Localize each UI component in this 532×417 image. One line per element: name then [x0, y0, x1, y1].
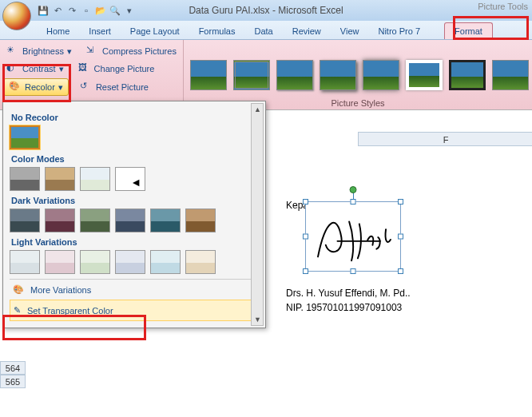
light-var-4[interactable]	[115, 250, 145, 274]
recolor-washout[interactable]	[80, 167, 110, 191]
resize-handle-sw[interactable]	[303, 268, 308, 274]
tab-page-layout[interactable]: Page Layout	[121, 23, 189, 39]
more-variations-label: More Variations	[30, 285, 91, 295]
dark-var-2[interactable]	[45, 208, 75, 232]
recolor-menu: No Recolor Color Modes ◄ Dark Variations…	[2, 101, 266, 328]
tab-insert[interactable]: Insert	[79, 23, 121, 39]
picture-style-5[interactable]	[363, 60, 399, 90]
dark-var-6[interactable]	[185, 208, 216, 232]
row-header-565[interactable]: 565	[0, 375, 26, 388]
contrast-icon: ◐	[6, 62, 19, 75]
open-icon[interactable]: 📂	[94, 4, 107, 17]
rotation-handle[interactable]	[350, 186, 357, 193]
compress-label: Compress Pictures	[102, 46, 177, 56]
reset-icon: ↺	[80, 81, 93, 93]
row-header-564[interactable]: 564	[0, 361, 26, 375]
window-title: Data Guru PAI.xlsx - Microsoft Excel	[189, 5, 343, 16]
tab-formulas[interactable]: Formulas	[189, 23, 245, 39]
picture-style-1[interactable]	[190, 60, 227, 90]
compress-pictures-button[interactable]: ⇲Compress Pictures	[83, 43, 180, 59]
tab-data[interactable]: Data	[244, 23, 282, 39]
resize-handle-w[interactable]	[303, 234, 308, 240]
light-var-6[interactable]	[185, 250, 216, 274]
change-picture-icon: 🖼	[78, 62, 91, 75]
change-picture-label: Change Picture	[94, 64, 155, 73]
no-recolor-section: No Recolor	[11, 113, 259, 122]
brightness-button[interactable]: ☀Brightness ▾	[3, 43, 75, 59]
undo-icon[interactable]: ↶	[51, 4, 64, 17]
title-bar: 💾 ↶ ↷ ▫ 📂 🔍 ▾ Data Guru PAI.xlsx - Micro…	[0, 0, 532, 21]
recolor-option-original[interactable]	[10, 125, 40, 149]
contrast-button[interactable]: ◐Contrast ▾	[3, 61, 67, 77]
tab-home[interactable]: Home	[37, 23, 79, 39]
more-variations-item[interactable]: 🎨 More Variations ▸	[10, 280, 259, 300]
more-variations-icon: 🎨	[13, 284, 24, 295]
picture-style-3[interactable]	[276, 60, 313, 90]
color-modes-section: Color Modes	[11, 154, 259, 164]
picture-styles-label: Picture Styles	[331, 98, 384, 108]
picture-styles-group: Picture Styles	[184, 40, 532, 109]
recolor-icon: 🎨	[9, 81, 22, 93]
reset-picture-button[interactable]: ↺Reset Picture	[77, 78, 152, 96]
tab-format[interactable]: Format	[444, 22, 493, 39]
dark-var-3[interactable]	[80, 208, 110, 232]
resize-handle-ne[interactable]	[398, 199, 403, 205]
ribbon-tabs: Home Insert Page Layout Formulas Data Re…	[0, 21, 532, 40]
set-transparent-label: Set Transparent Color	[27, 306, 113, 316]
new-icon[interactable]: ▫	[80, 4, 93, 17]
redo-icon[interactable]: ↷	[66, 4, 78, 17]
adjust-group: ☀Brightness ▾ ⇲Compress Pictures ◐Contra…	[0, 40, 184, 109]
light-var-5[interactable]	[150, 250, 181, 274]
recolor-bw[interactable]: ◄	[115, 167, 145, 191]
picture-style-7[interactable]	[449, 60, 486, 90]
resize-handle-nw[interactable]	[303, 199, 308, 205]
save-icon[interactable]: 💾	[37, 4, 50, 17]
resize-handle-e[interactable]	[398, 234, 403, 240]
resize-handle-se[interactable]	[398, 268, 403, 274]
column-header-f[interactable]: F	[358, 132, 532, 146]
qat-more-icon[interactable]: ▾	[123, 4, 136, 17]
recolor-button[interactable]: 🎨Recolor ▾	[3, 78, 69, 96]
light-variations-section: Light Variations	[11, 237, 259, 247]
picture-tools-label: Picture Tools	[478, 2, 528, 11]
brightness-label: Brightness	[22, 46, 64, 56]
tab-nitro[interactable]: Nitro Pro 7	[368, 23, 430, 39]
light-var-1[interactable]	[10, 250, 40, 274]
tab-review[interactable]: Review	[283, 23, 331, 39]
resize-handle-s[interactable]	[351, 268, 356, 274]
contrast-label: Contrast	[22, 64, 56, 73]
brightness-icon: ☀	[6, 45, 19, 58]
cell-nip: NIP. 195701011997091003	[286, 302, 402, 313]
picture-style-6[interactable]	[406, 60, 443, 90]
picture-style-2[interactable]	[233, 60, 270, 90]
light-var-3[interactable]	[80, 250, 110, 274]
dark-var-1[interactable]	[10, 208, 40, 232]
signature-svg	[306, 202, 400, 271]
quick-access-toolbar: 💾 ↶ ↷ ▫ 📂 🔍 ▾	[37, 4, 136, 17]
menu-scrollbar[interactable]	[251, 103, 264, 326]
resize-handle-n[interactable]	[351, 199, 356, 205]
dark-variations-section: Dark Variations	[11, 196, 259, 205]
tab-view[interactable]: View	[331, 23, 369, 39]
compress-icon: ⇲	[86, 45, 99, 58]
recolor-sepia[interactable]	[45, 167, 75, 191]
eyedropper-icon: ✎	[14, 305, 21, 316]
recolor-grayscale[interactable]	[10, 167, 40, 191]
light-var-2[interactable]	[45, 250, 75, 274]
dark-var-4[interactable]	[115, 208, 145, 232]
cell-name: Drs. H. Yusuf Effendi, M. Pd..	[286, 288, 411, 299]
ribbon: ☀Brightness ▾ ⇲Compress Pictures ◐Contra…	[0, 40, 532, 110]
office-button[interactable]	[2, 2, 31, 30]
signature-picture[interactable]	[305, 201, 401, 272]
dark-var-5[interactable]	[150, 208, 181, 232]
recolor-label: Recolor	[25, 82, 55, 92]
change-picture-button[interactable]: 🖼Change Picture	[75, 61, 158, 77]
picture-style-8[interactable]	[492, 60, 529, 90]
reset-label: Reset Picture	[96, 82, 149, 92]
set-transparent-color-item[interactable]: ✎ Set Transparent Color	[10, 300, 259, 321]
preview-icon[interactable]: 🔍	[109, 4, 121, 17]
picture-style-4[interactable]	[320, 60, 356, 90]
